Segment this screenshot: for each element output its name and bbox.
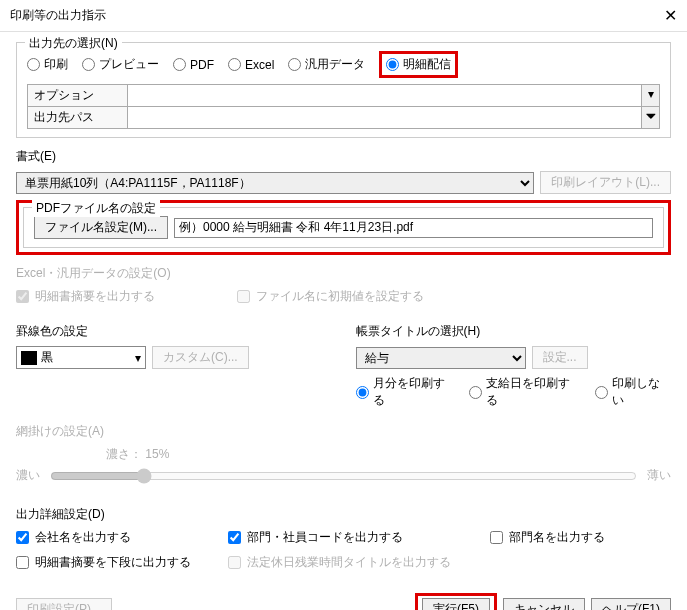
highlight-execute: 実行(F5) <box>415 593 497 610</box>
middle-row: 罫線色の設定 黒 ▾ カスタム(C)... 帳票タイトルの選択(H) 給与 設定… <box>16 315 671 415</box>
shade-slider-row: 濃い 薄い <box>16 467 671 484</box>
chk-summary-output: 明細書摘要を出力する <box>16 288 155 305</box>
chk-holiday-ot: 法定休日残業時間タイトルを出力する <box>228 554 478 571</box>
rule-color-value: 黒 <box>41 349 53 366</box>
format-select-row: 単票用紙10列（A4:PA1115F，PA1118F） 印刷レイアウト(L)..… <box>16 171 671 194</box>
shade-density-value: 15% <box>145 447 169 461</box>
radio-month-label: 月分を印刷する <box>373 375 456 409</box>
radio-paydate-label: 支給日を印刷する <box>486 375 581 409</box>
format-label: 書式(E) <box>16 148 56 165</box>
option-row: オプション ▾ <box>28 85 659 106</box>
output-dest-group: 出力先の選択(N) 印刷 プレビュー PDF Excel 汎用データ 明細配信 … <box>16 42 671 138</box>
shade-light-label: 薄い <box>647 467 671 484</box>
chk-dept-code[interactable]: 部門・社員コードを出力する <box>228 529 478 546</box>
radio-noprint[interactable]: 印刷しない <box>595 375 671 409</box>
radio-general[interactable]: 汎用データ <box>288 56 365 73</box>
option-label: オプション <box>28 85 128 106</box>
help-button[interactable]: ヘルプ(F1) <box>591 598 671 610</box>
radio-pdf-label: PDF <box>190 58 214 72</box>
chk-holiday-ot-label: 法定休日残業時間タイトルを出力する <box>247 554 451 571</box>
radio-print[interactable]: 印刷 <box>27 56 68 73</box>
print-setting-button: 印刷設定(P)... <box>16 598 112 610</box>
radio-month[interactable]: 月分を印刷する <box>356 375 456 409</box>
chevron-down-icon: ▾ <box>135 351 141 365</box>
chk-filename-default-label: ファイル名に初期値を設定する <box>256 288 424 305</box>
radio-paydate[interactable]: 支給日を印刷する <box>469 375 581 409</box>
chk-summary-output-label: 明細書摘要を出力する <box>35 288 155 305</box>
shade-density-label: 濃さ： <box>106 447 142 461</box>
pdf-filename-row: ファイル名設定(M)... <box>34 216 653 239</box>
output-dest-radios: 印刷 プレビュー PDF Excel 汎用データ 明細配信 <box>27 51 660 78</box>
report-title-select[interactable]: 給与 <box>356 347 526 369</box>
bottom-buttons: 印刷設定(P)... 実行(F5) キャンセル ヘルプ(F1) <box>16 593 671 610</box>
radio-print-label: 印刷 <box>44 56 68 73</box>
cancel-button[interactable]: キャンセル <box>503 598 585 610</box>
radio-preview-label: プレビュー <box>99 56 159 73</box>
radio-noprint-label: 印刷しない <box>612 375 671 409</box>
shade-legend: 網掛けの設定(A) <box>16 423 671 440</box>
detail-legend: 出力詳細設定(D) <box>16 506 671 523</box>
rule-color-row: 黒 ▾ カスタム(C)... <box>16 346 332 369</box>
radio-general-label: 汎用データ <box>305 56 365 73</box>
rule-color-col: 罫線色の設定 黒 ▾ カスタム(C)... <box>16 315 332 415</box>
radio-excel-label: Excel <box>245 58 274 72</box>
chk-filename-default: ファイル名に初期値を設定する <box>237 288 424 305</box>
chk-summary-bottom[interactable]: 明細書摘要を下段に出力する <box>16 554 216 571</box>
titlebar: 印刷等の出力指示 ✕ <box>0 0 687 32</box>
output-dest-legend: 出力先の選択(N) <box>25 35 122 52</box>
shade-dark-label: 濃い <box>16 467 40 484</box>
pdf-filename-group: PDFファイル名の設定 ファイル名設定(M)... <box>23 207 664 248</box>
color-swatch-icon <box>21 351 37 365</box>
radio-pdf[interactable]: PDF <box>173 58 214 72</box>
chk-dept-code-label: 部門・社員コードを出力する <box>247 529 403 546</box>
path-input[interactable] <box>128 107 641 128</box>
filename-setting-button[interactable]: ファイル名設定(M)... <box>34 216 168 239</box>
shade-slider <box>50 468 637 484</box>
report-title-legend: 帳票タイトルの選択(H) <box>356 323 672 340</box>
option-dropdown-icon[interactable]: ▾ <box>641 85 659 106</box>
radio-meisai[interactable]: 明細配信 <box>386 56 451 73</box>
chk-summary-bottom-label: 明細書摘要を下段に出力する <box>35 554 191 571</box>
chk-company[interactable]: 会社名を出力する <box>16 529 216 546</box>
path-browse-icon[interactable]: ⏷ <box>641 107 659 128</box>
execute-button[interactable]: 実行(F5) <box>422 598 490 610</box>
chk-dept-name[interactable]: 部門名を出力する <box>490 529 671 546</box>
print-layout-button: 印刷レイアウト(L)... <box>540 171 671 194</box>
format-row: 書式(E) <box>16 148 671 165</box>
path-label: 出力先パス <box>28 107 128 128</box>
highlight-pdf-group: PDFファイル名の設定 ファイル名設定(M)... <box>16 200 671 255</box>
window-title: 印刷等の出力指示 <box>10 7 106 24</box>
close-icon[interactable]: ✕ <box>664 6 677 25</box>
highlight-meisai: 明細配信 <box>379 51 458 78</box>
chk-dept-name-label: 部門名を出力する <box>509 529 605 546</box>
content-area: 出力先の選択(N) 印刷 プレビュー PDF Excel 汎用データ 明細配信 … <box>0 32 687 610</box>
shade-density-row: 濃さ： 15% <box>106 446 671 463</box>
report-title-col: 帳票タイトルの選択(H) 給与 設定... 月分を印刷する 支給日を印刷する 印… <box>356 315 672 415</box>
radio-preview[interactable]: プレビュー <box>82 56 159 73</box>
filename-example-field[interactable] <box>174 218 653 238</box>
pdf-filename-legend: PDFファイル名の設定 <box>32 200 160 217</box>
detail-grid: 会社名を出力する 部門・社員コードを出力する 部門名を出力する 明細書摘要を下段… <box>16 529 671 575</box>
rule-color-select[interactable]: 黒 ▾ <box>16 346 146 369</box>
option-input[interactable] <box>128 85 641 106</box>
report-setting-button: 設定... <box>532 346 588 369</box>
chk-company-label: 会社名を出力する <box>35 529 131 546</box>
excel-setting-row: 明細書摘要を出力する ファイル名に初期値を設定する <box>16 288 671 309</box>
rule-color-legend: 罫線色の設定 <box>16 323 332 340</box>
report-print-radios: 月分を印刷する 支給日を印刷する 印刷しない <box>356 375 672 409</box>
report-title-row: 給与 設定... <box>356 346 672 369</box>
radio-meisai-label: 明細配信 <box>403 56 451 73</box>
custom-color-button: カスタム(C)... <box>152 346 249 369</box>
path-row: 出力先パス ⏷ <box>28 106 659 128</box>
format-select[interactable]: 単票用紙10列（A4:PA1115F，PA1118F） <box>16 172 534 194</box>
excel-setting-legend: Excel・汎用データの設定(O) <box>16 265 671 282</box>
option-table: オプション ▾ 出力先パス ⏷ <box>27 84 660 129</box>
radio-excel[interactable]: Excel <box>228 58 274 72</box>
